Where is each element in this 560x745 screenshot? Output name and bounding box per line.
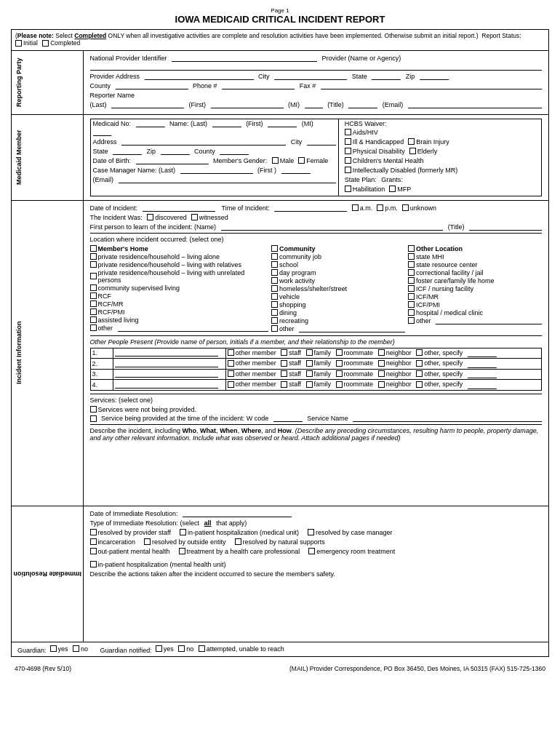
elderly-checkbox[interactable] xyxy=(409,148,416,154)
intellectually-checkbox[interactable] xyxy=(345,167,351,173)
aids-checkbox[interactable] xyxy=(345,129,351,135)
other-specify-cb-2[interactable] xyxy=(416,360,423,367)
members-home-checkbox[interactable] xyxy=(90,245,97,252)
other-member-cb-3[interactable] xyxy=(228,370,234,377)
person-name-3[interactable] xyxy=(115,370,219,378)
neighbor-3[interactable]: neighbor xyxy=(378,370,412,378)
first-person-title-field[interactable] xyxy=(469,223,542,231)
family-cb-1[interactable] xyxy=(306,349,313,356)
other-member-2[interactable]: other member xyxy=(228,359,276,367)
services-not-provided-item[interactable]: Services were not being provided. xyxy=(90,406,542,413)
inpatient-medical-cb[interactable] xyxy=(180,529,186,535)
emergency-room-item[interactable]: emergency room treatment xyxy=(308,548,395,555)
elderly-checkbox-item[interactable]: Elderly xyxy=(409,148,438,155)
incarceration-item[interactable]: incarceration xyxy=(90,538,136,546)
neighbor-1[interactable]: neighbor xyxy=(378,349,412,356)
first-person-name-field[interactable] xyxy=(221,223,444,231)
incarceration-cb[interactable] xyxy=(90,538,97,545)
ill-checkbox[interactable] xyxy=(345,138,351,145)
roommate-cb-2[interactable] xyxy=(336,360,343,367)
rcf-pmi-item[interactable]: RCF/PMI xyxy=(90,308,268,316)
male-checkbox-item[interactable]: Male xyxy=(272,157,295,164)
neighbor-cb-3[interactable] xyxy=(378,370,385,377)
pm-checkbox[interactable] xyxy=(377,204,383,211)
other-community-field[interactable] xyxy=(299,325,405,332)
mfp-checkbox-item[interactable]: MFP xyxy=(389,186,411,193)
phone-field[interactable] xyxy=(222,82,295,89)
other-location-checkbox[interactable] xyxy=(408,245,415,252)
guardian-no-item[interactable]: no xyxy=(73,645,88,653)
day-program-item[interactable]: day program xyxy=(271,269,405,276)
private-alone-item[interactable]: private residence/household – living alo… xyxy=(90,253,268,260)
person-name-2[interactable] xyxy=(115,360,219,367)
other-community-item[interactable]: other xyxy=(271,325,405,332)
male-checkbox[interactable] xyxy=(272,157,279,164)
date-resolution-field[interactable] xyxy=(183,510,292,517)
icf-pmi-item[interactable]: ICF/PMI xyxy=(408,301,542,308)
person-name-field-4[interactable] xyxy=(113,380,225,391)
other-specify-2[interactable]: other, specify xyxy=(416,359,463,367)
treatment-health-cb[interactable] xyxy=(179,548,185,554)
attempted-cb[interactable] xyxy=(199,645,205,652)
person-name-1[interactable] xyxy=(115,349,219,356)
w-code-field[interactable] xyxy=(273,415,303,422)
foster-care-item[interactable]: foster care/family life home xyxy=(408,277,542,284)
inpatient-medical-item[interactable]: in-patient hospitalization (medical unit… xyxy=(180,529,299,536)
out-patient-mental-item[interactable]: out-patient mental health xyxy=(90,548,170,555)
staff-cb-3[interactable] xyxy=(281,370,287,377)
state-resource-item[interactable]: state resource center xyxy=(408,261,542,268)
initial-checkbox[interactable] xyxy=(15,40,22,47)
family-1[interactable]: family xyxy=(306,349,332,356)
inpatient-mental-cb[interactable] xyxy=(90,561,97,567)
staff-2[interactable]: staff xyxy=(281,359,301,367)
resolved-case-manager-cb[interactable] xyxy=(308,529,314,535)
aids-checkbox-item[interactable]: Aids/HIV xyxy=(345,129,378,136)
dining-item[interactable]: dining xyxy=(271,309,405,316)
service-name-field[interactable] xyxy=(353,415,542,422)
roommate-1[interactable]: roommate xyxy=(336,349,374,356)
physical-checkbox-item[interactable]: Physical Disability xyxy=(345,148,405,155)
other-home-checkbox[interactable] xyxy=(90,324,97,331)
dining-checkbox[interactable] xyxy=(271,309,278,316)
other-location-cb[interactable] xyxy=(408,317,415,324)
resolved-natural-cb[interactable] xyxy=(235,538,241,545)
intellectually-checkbox-item[interactable]: Intellectually Disabled (formerly MR) xyxy=(345,167,458,174)
other-specify-cb-1[interactable] xyxy=(416,349,423,356)
member-city-field[interactable] xyxy=(307,138,336,146)
other-member-cb-1[interactable] xyxy=(228,349,234,356)
neighbor-cb-4[interactable] xyxy=(378,381,385,388)
brain-checkbox-item[interactable]: Brain Injury xyxy=(408,138,449,146)
family-cb-4[interactable] xyxy=(306,381,313,388)
habilitation-checkbox[interactable] xyxy=(345,186,351,192)
staff-1[interactable]: staff xyxy=(281,349,301,356)
dob-field[interactable] xyxy=(136,157,209,164)
resolved-natural-item[interactable]: resolved by natural supports xyxy=(235,538,325,546)
last-name-field[interactable] xyxy=(111,101,184,108)
roommate-cb-1[interactable] xyxy=(336,349,343,356)
city-field[interactable] xyxy=(274,73,347,80)
female-checkbox-item[interactable]: Female xyxy=(298,157,328,164)
other-specify-field-1[interactable] xyxy=(468,350,497,357)
guardian-notified-yes-item[interactable]: yes xyxy=(156,645,174,653)
other-home-item[interactable]: other xyxy=(90,324,268,332)
witnessed-checkbox[interactable] xyxy=(191,214,198,220)
zip-field[interactable] xyxy=(420,73,449,80)
staff-cb-4[interactable] xyxy=(281,381,287,388)
shopping-item[interactable]: shopping xyxy=(271,301,405,308)
emergency-room-cb[interactable] xyxy=(308,548,315,554)
other-specify-1[interactable]: other, specify xyxy=(416,349,463,356)
inpatient-mental-item[interactable]: in-patient hospitalization (mental healt… xyxy=(90,561,226,568)
initial-checkbox-item[interactable]: Initial xyxy=(15,39,38,47)
completed-checkbox-item[interactable]: Completed xyxy=(42,39,80,47)
family-cb-3[interactable] xyxy=(306,370,313,377)
family-3[interactable]: family xyxy=(306,370,332,378)
correctional-item[interactable]: correctional facility / jail xyxy=(408,269,542,276)
rcf-mr-item[interactable]: RCF/MR xyxy=(90,300,268,308)
member-email-field[interactable] xyxy=(119,176,336,183)
member-address-field[interactable] xyxy=(121,138,286,146)
vehicle-checkbox[interactable] xyxy=(271,293,278,300)
medicaid-no-field[interactable] xyxy=(136,120,165,127)
rcf-mr-checkbox[interactable] xyxy=(90,300,97,307)
discovered-checkbox-item[interactable]: discovered xyxy=(147,214,187,221)
member-first-name-field[interactable] xyxy=(268,120,297,127)
